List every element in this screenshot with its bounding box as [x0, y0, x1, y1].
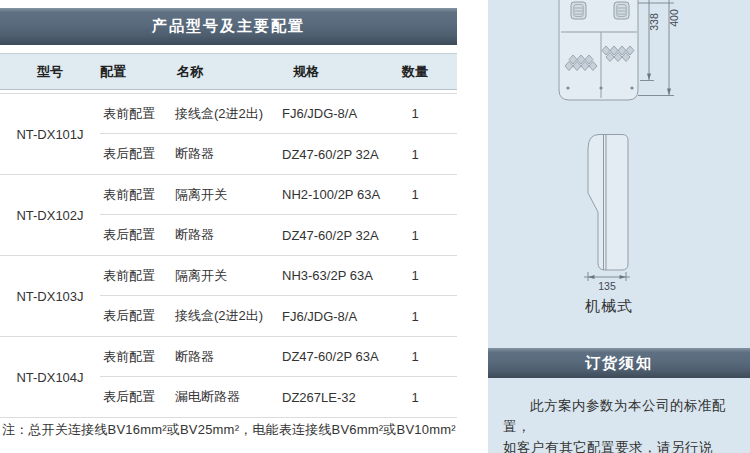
model-cell: NT-DX101J: [0, 94, 100, 174]
table-header-row: 型号 配置 名称 规格 数量: [0, 53, 457, 90]
side-view-label: 机械式: [585, 297, 633, 314]
table-section: 产品型号及主要配置 型号 配置 名称 规格 数量 NT-DX101J表前配置接线…: [0, 0, 457, 453]
side-view-drawing: 135 机械式: [584, 135, 633, 315]
dimension-400: 400: [668, 9, 680, 27]
qty-cell: 1: [390, 106, 440, 121]
name-cell: 漏电断路器: [175, 388, 282, 406]
group-rows: 表前配置隔离开关NH2-100/2P 63A1表后配置断路器DZ47-60/2P…: [100, 175, 457, 255]
model-cell: NT-DX104J: [0, 337, 100, 417]
notice-line: 如客户有其它配置要求，请另行说明。: [503, 437, 736, 453]
qty-cell: 1: [390, 187, 440, 202]
notice-line: 此方案内参数为本公司的标准配置，: [503, 395, 736, 437]
table-section-title: 产品型号及主要配置: [152, 17, 305, 36]
table-footnote: 注：总开关连接线BV16mm²或BV25mm²，电能表连接线BV6mm²或BV1…: [2, 421, 456, 439]
model-cell: NT-DX102J: [0, 175, 100, 255]
config-cell: 表后配置: [100, 307, 175, 325]
vent-window-right: [614, 2, 629, 19]
table-row: 表后配置漏电断路器DZ267LE-321: [100, 377, 457, 417]
name-cell: 隔离开关: [175, 267, 282, 285]
column-header-model: 型号: [0, 63, 100, 81]
name-cell: 接线盒(2进2出): [175, 105, 282, 123]
front-view-drawing: 338 400: [559, 0, 680, 100]
spec-cell: DZ47-60/2P 32A: [282, 228, 390, 243]
catalog-page: 产品型号及主要配置 型号 配置 名称 规格 数量 NT-DX101J表前配置接线…: [0, 0, 750, 453]
column-header-name: 名称: [175, 63, 282, 81]
table-body: NT-DX101J表前配置接线盒(2进2出)FJ6/JDG-8/A1表后配置断路…: [0, 93, 457, 418]
table-row: 表后配置断路器DZ47-60/2P 32A1: [100, 134, 457, 174]
spec-cell: NH2-100/2P 63A: [282, 187, 390, 202]
spec-cell: FJ6/JDG-8/A: [282, 309, 390, 324]
name-cell: 隔离开关: [175, 186, 282, 204]
group-rows: 表前配置隔离开关NH3-63/2P 63A1表后配置接线盒(2进2出)FJ6/J…: [100, 256, 457, 336]
meter-box-technical-drawing: 338 400 135 机械式: [488, 0, 750, 340]
table-group: NT-DX102J表前配置隔离开关NH2-100/2P 63A1表后配置断路器D…: [0, 174, 457, 255]
notice-text: 此方案内参数为本公司的标准配置， 如客户有其它配置要求，请另行说明。: [503, 395, 736, 453]
name-cell: 断路器: [175, 145, 282, 163]
notice-title-bar: 订货须知: [488, 348, 750, 378]
group-rows: 表前配置断路器DZ47-60/2P 63A1表后配置漏电断路器DZ267LE-3…: [100, 337, 457, 417]
table-row: 表前配置接线盒(2进2出)FJ6/JDG-8/A1: [100, 94, 457, 134]
spec-cell: DZ47-60/2P 32A: [282, 147, 390, 162]
notice-title: 订货须知: [585, 354, 653, 373]
name-cell: 接线盒(2进2出): [175, 307, 282, 325]
column-header-spec: 规格: [282, 63, 390, 81]
column-header-config: 配置: [100, 63, 175, 81]
table-section-title-bar: 产品型号及主要配置: [0, 8, 457, 45]
qty-cell: 1: [390, 268, 440, 283]
table-group: NT-DX104J表前配置断路器DZ47-60/2P 63A1表后配置漏电断路器…: [0, 336, 457, 418]
table-group: NT-DX101J表前配置接线盒(2进2出)FJ6/JDG-8/A1表后配置断路…: [0, 93, 457, 174]
config-cell: 表后配置: [100, 388, 175, 406]
table-row: 表前配置断路器DZ47-60/2P 63A1: [100, 337, 457, 377]
qty-cell: 1: [390, 147, 440, 162]
spec-cell: DZ47-60/2P 63A: [282, 349, 390, 364]
dimension-338: 338: [648, 13, 660, 31]
spec-cell: DZ267LE-32: [282, 390, 390, 405]
table-group: NT-DX103J表前配置隔离开关NH3-63/2P 63A1表后配置接线盒(2…: [0, 255, 457, 336]
qty-cell: 1: [390, 309, 440, 324]
config-cell: 表后配置: [100, 226, 175, 244]
config-cell: 表前配置: [100, 105, 175, 123]
name-cell: 断路器: [175, 226, 282, 244]
table-row: 表前配置隔离开关NH3-63/2P 63A1: [100, 256, 457, 296]
qty-cell: 1: [390, 228, 440, 243]
right-panel: 338 400 135 机械式 订货须知: [488, 0, 750, 453]
vent-window-left: [571, 2, 586, 19]
dimension-135: 135: [598, 280, 616, 292]
table-row: 表前配置隔离开关NH2-100/2P 63A1: [100, 175, 457, 215]
model-cell: NT-DX103J: [0, 256, 100, 336]
table-row: 表后配置断路器DZ47-60/2P 32A1: [100, 215, 457, 255]
config-cell: 表前配置: [100, 348, 175, 366]
qty-cell: 1: [390, 349, 440, 364]
config-cell: 表前配置: [100, 267, 175, 285]
spec-cell: NH3-63/2P 63A: [282, 268, 390, 283]
config-cell: 表前配置: [100, 186, 175, 204]
spec-cell: FJ6/JDG-8/A: [282, 106, 390, 121]
qty-cell: 1: [390, 390, 440, 405]
group-rows: 表前配置接线盒(2进2出)FJ6/JDG-8/A1表后配置断路器DZ47-60/…: [100, 94, 457, 174]
table-row: 表后配置接线盒(2进2出)FJ6/JDG-8/A1: [100, 296, 457, 336]
column-header-qty: 数量: [390, 63, 440, 81]
name-cell: 断路器: [175, 348, 282, 366]
config-cell: 表后配置: [100, 145, 175, 163]
